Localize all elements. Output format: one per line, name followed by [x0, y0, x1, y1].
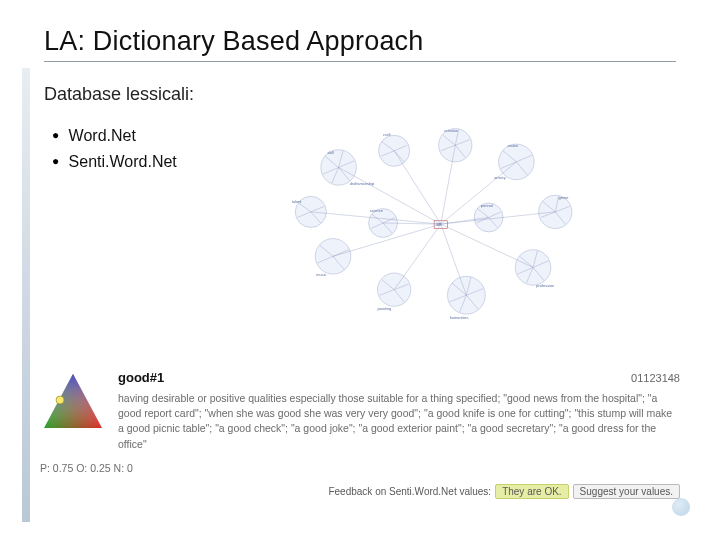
list-item-label: Word.Net	[69, 127, 136, 144]
graph-node-label: portrait	[481, 203, 494, 208]
accent-bar	[22, 68, 30, 522]
swn-feedback-row: Feedback on Senti.Word.Net values: They …	[40, 484, 680, 499]
polarity-marker-icon	[56, 396, 64, 404]
graph-node-label: talent	[292, 199, 302, 204]
swn-gloss: having desirable or positive qualities e…	[118, 391, 680, 452]
swn-term: good#1	[118, 370, 164, 385]
polarity-triangle	[40, 370, 106, 436]
svg-line-76	[394, 224, 441, 290]
feedback-ok-button[interactable]: They are OK.	[495, 484, 568, 499]
sentiwordnet-panel: good#1 01123148 having desirable or posi…	[40, 370, 680, 522]
graph-node-label: craft	[383, 132, 391, 137]
page-title: LA: Dictionary Based Approach	[44, 26, 676, 57]
graph-node-label: artistry	[494, 175, 506, 180]
graph-node-label: statue	[507, 143, 518, 148]
graph-center-label: art	[436, 222, 442, 227]
graph-node-label: science	[370, 208, 383, 213]
body-row: Word.Net Senti.Word.Net art	[44, 123, 676, 323]
list-item-label: Senti.Word.Net	[69, 153, 177, 170]
svg-marker-82	[44, 374, 102, 428]
graph-node-label: painting	[377, 306, 391, 311]
graph-node-label: profession	[536, 283, 554, 288]
list-item: Senti.Word.Net	[52, 149, 177, 175]
graph-node-label: humanities	[450, 315, 469, 320]
graph-node-label: draftsmanship	[350, 181, 374, 186]
page-ornament-icon	[672, 498, 690, 516]
subtitle: Database lessicali:	[44, 84, 676, 105]
svg-line-70	[394, 151, 441, 224]
swn-synset-id: 01123148	[631, 372, 680, 384]
graph-node-label: creation	[444, 128, 458, 133]
graph-node-label: skill	[327, 150, 334, 155]
swn-feedback-label: Feedback on Senti.Word.Net values:	[328, 486, 491, 497]
wordnet-graph: art	[201, 123, 676, 323]
title-rule	[44, 61, 676, 62]
swn-scores: P: 0.75 O: 0.25 N: 0	[40, 462, 680, 474]
graph-node-label: music	[316, 272, 326, 277]
list-item: Word.Net	[52, 123, 177, 149]
feedback-suggest-button[interactable]: Suggest your values.	[573, 484, 680, 499]
slide-root: LA: Dictionary Based Approach Database l…	[0, 0, 720, 540]
bullet-list: Word.Net Senti.Word.Net	[44, 123, 177, 174]
wordnet-graph-svg: art	[201, 123, 676, 323]
graph-node-label: genre	[558, 195, 568, 200]
